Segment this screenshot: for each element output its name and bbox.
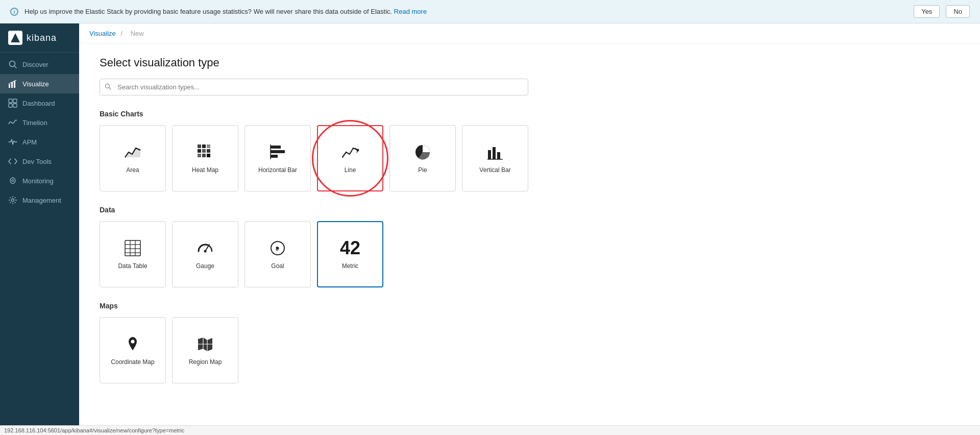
- svg-rect-7: [13, 99, 17, 103]
- svg-rect-3: [11, 82, 13, 88]
- region-map-icon: [196, 335, 214, 353]
- logo-text: kibana: [27, 33, 57, 43]
- page-title: Select visualization type: [100, 56, 671, 69]
- metric-icon: 42: [340, 239, 360, 257]
- search-wrap: [100, 79, 528, 95]
- basic-charts-grid: Area Heat Map: [100, 125, 671, 191]
- line-label: Line: [345, 166, 356, 174]
- visualize-label: Visualize: [22, 80, 49, 88]
- svg-rect-34: [125, 240, 140, 256]
- datatable-label: Data Table: [118, 262, 147, 270]
- pie-label: Pie: [418, 166, 427, 174]
- dashboard-icon: [8, 99, 17, 108]
- chart-card-line[interactable]: Line: [317, 125, 383, 191]
- svg-rect-23: [207, 154, 210, 157]
- hbar-label: Horizontal Bar: [258, 166, 297, 174]
- chart-card-area[interactable]: Area: [100, 125, 166, 191]
- svg-rect-31: [493, 147, 496, 159]
- sidebar-item-management[interactable]: Management: [0, 190, 79, 210]
- devtools-label: Dev Tools: [22, 158, 52, 165]
- kibana-icon: [8, 31, 22, 45]
- yes-button[interactable]: Yes: [914, 5, 940, 18]
- area-chart-icon: [124, 143, 142, 161]
- search-input[interactable]: [100, 79, 528, 95]
- vbar-label: Vertical Bar: [479, 166, 510, 174]
- svg-point-11: [12, 199, 14, 202]
- basic-charts-title: Basic Charts: [100, 110, 671, 118]
- management-icon: [8, 196, 17, 205]
- sidebar-item-devtools[interactable]: Dev Tools: [0, 152, 79, 171]
- svg-rect-9: [13, 104, 17, 107]
- svg-rect-4: [14, 81, 15, 88]
- chart-card-data-table[interactable]: Data Table: [100, 221, 166, 287]
- maps-title: Maps: [100, 302, 671, 310]
- data-title: Data: [100, 206, 671, 214]
- svg-rect-21: [198, 154, 201, 157]
- sidebar-item-dashboard[interactable]: Dashboard: [0, 93, 79, 113]
- svg-rect-15: [198, 144, 201, 148]
- chart-card-horizontal-bar[interactable]: Horizontal Bar: [244, 125, 311, 191]
- breadcrumb-parent[interactable]: Visualize: [89, 30, 116, 37]
- dashboard-label: Dashboard: [22, 100, 55, 107]
- svg-rect-32: [497, 152, 500, 159]
- sidebar-item-discover[interactable]: Discover: [0, 55, 79, 74]
- no-button[interactable]: No: [946, 5, 970, 18]
- read-more-link[interactable]: Read more: [394, 8, 427, 15]
- chart-card-pie[interactable]: Pie: [389, 125, 456, 191]
- svg-rect-22: [202, 154, 206, 157]
- svg-line-1: [15, 66, 17, 68]
- management-label: Management: [22, 197, 61, 204]
- chart-card-metric[interactable]: 42 Metric: [317, 221, 383, 287]
- svg-point-0: [10, 61, 15, 67]
- main-content: Visualize / New Select visualization typ…: [79, 23, 980, 435]
- banner-text: Help us improve the Elastic Stack by pro…: [24, 8, 908, 15]
- status-url: 192.168.116.104:5601/app/kibana#/visuali…: [4, 427, 184, 433]
- chart-card-coordinate-map[interactable]: Coordinate Map: [100, 317, 166, 383]
- hbar-chart-icon: [268, 143, 287, 161]
- svg-rect-25: [271, 150, 285, 153]
- breadcrumb-separator: /: [120, 30, 122, 37]
- svg-rect-19: [202, 149, 206, 153]
- line-chart-icon: [341, 143, 359, 161]
- sidebar-logo[interactable]: kibana: [0, 23, 79, 53]
- breadcrumb: Visualize / New: [79, 23, 980, 44]
- heatmap-chart-icon: [196, 143, 214, 161]
- metric-label: Metric: [342, 262, 359, 270]
- metric-number: 42: [340, 239, 360, 257]
- datatable-icon: [124, 239, 142, 257]
- maps-section: Maps Coordinate Map: [100, 302, 671, 383]
- goal-icon: 8: [268, 239, 287, 257]
- chart-card-heat-map[interactable]: Heat Map: [172, 125, 238, 191]
- sidebar-item-apm[interactable]: APM: [0, 132, 79, 152]
- svg-rect-16: [202, 144, 206, 148]
- monitoring-label: Monitoring: [22, 177, 54, 185]
- data-grid: Data Table Gauge: [100, 221, 671, 287]
- sidebar: kibana Discover Visualize Dashboard: [0, 23, 79, 435]
- chart-card-region-map[interactable]: Region Map: [172, 317, 238, 383]
- area-label: Area: [126, 166, 139, 174]
- coordinate-map-icon: [124, 335, 142, 353]
- svg-rect-26: [271, 155, 278, 158]
- data-section: Data: [100, 206, 671, 287]
- gauge-label: Gauge: [196, 262, 214, 270]
- search-icon: [105, 83, 111, 91]
- sidebar-item-monitoring[interactable]: Monitoring: [0, 171, 79, 190]
- timelion-icon: [8, 118, 17, 127]
- svg-rect-8: [9, 104, 12, 107]
- svg-rect-17: [207, 144, 210, 148]
- monitoring-icon: [8, 176, 17, 185]
- chart-card-goal[interactable]: 8 Goal: [244, 221, 311, 287]
- basic-charts-section: Basic Charts Area: [100, 110, 671, 191]
- svg-line-13: [109, 87, 111, 89]
- discover-label: Discover: [22, 61, 48, 68]
- coordinate-map-label: Coordinate Map: [111, 358, 154, 366]
- sidebar-item-visualize[interactable]: Visualize: [0, 74, 79, 93]
- apm-label: APM: [22, 138, 37, 146]
- goal-label: Goal: [271, 262, 284, 270]
- svg-point-45: [131, 340, 135, 344]
- chart-card-gauge[interactable]: Gauge: [172, 221, 238, 287]
- sidebar-item-timelion[interactable]: Timelion: [0, 113, 79, 132]
- page-content: Select visualization type Basic Charts: [79, 44, 692, 410]
- svg-rect-30: [488, 150, 491, 159]
- chart-card-vertical-bar[interactable]: Vertical Bar: [462, 125, 528, 191]
